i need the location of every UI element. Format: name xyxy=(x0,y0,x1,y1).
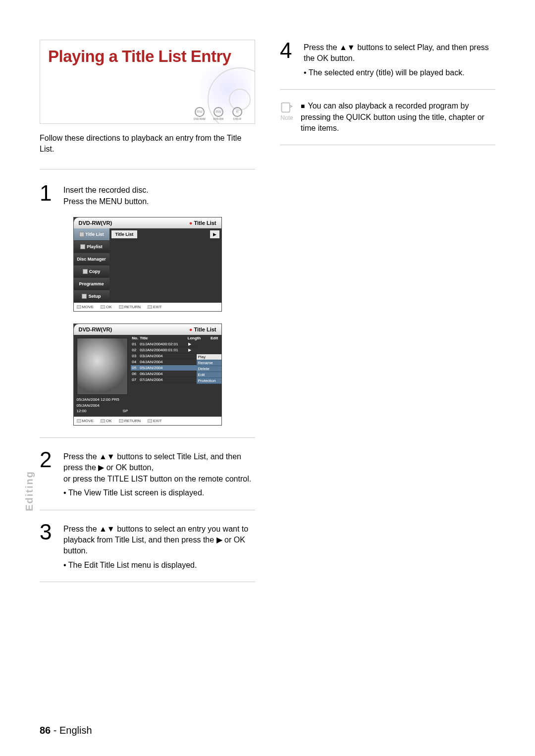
step-number: 2 xyxy=(40,449,56,499)
osd-menu-screenshot: DVD-RW(VR) ●Title List Title List Playli… xyxy=(73,217,222,312)
note-text: You can also playback a recorded program… xyxy=(301,102,484,132)
step-1-line-2: Press the MENU button. xyxy=(63,196,149,207)
step-3: 3 Press the ▲▼ buttons to select an entr… xyxy=(40,521,255,571)
osd1-side-copy[interactable]: Copy xyxy=(74,266,109,278)
osd1-side-programme[interactable]: Programme xyxy=(74,278,109,290)
page-footer: 86 - English xyxy=(40,725,92,736)
osd2-hint-bar: MOVE OK RETURN EXIT xyxy=(74,417,221,425)
ctx-edit[interactable]: Edit xyxy=(197,372,221,378)
osd1-tab[interactable]: Title List xyxy=(111,230,138,238)
ctx-delete[interactable]: Delete xyxy=(197,366,221,372)
osd1-hint-bar: MOVE OK RETURN EXIT xyxy=(74,303,221,311)
svg-rect-0 xyxy=(282,103,290,112)
ctx-play[interactable]: Play xyxy=(197,354,221,360)
divider xyxy=(40,510,255,510)
step-4: 4 Press the ▲▼ buttons to select Play, a… xyxy=(280,40,495,78)
osd2-meta-line1: 05/JAN/2004 12:00 PR5 xyxy=(77,397,128,402)
osd2-list: No. Title Length Edit 0101/JAN/200400:02… xyxy=(131,335,221,417)
step-1-line-1: Insert the recorded disc. xyxy=(63,185,149,196)
osd2-preview-pane: 05/JAN/2004 12:00 PR5 05/JAN/2004 12:00S… xyxy=(74,335,131,417)
step-number: 3 xyxy=(40,521,56,571)
note-label: Note xyxy=(280,114,293,121)
step-2-line-2: or press the TITLE LIST button on the re… xyxy=(63,474,255,485)
list-row[interactable]: 0101/JAN/200400:02:01▶ xyxy=(131,341,196,347)
list-row[interactable]: 0707/JAN/2004 xyxy=(131,377,196,383)
page-number: 86 xyxy=(40,725,51,736)
osd1-side-setup[interactable]: Setup xyxy=(74,290,109,303)
osd2-header: Title List xyxy=(194,326,216,332)
ctx-protection[interactable]: Protection xyxy=(197,378,221,384)
page-language: English xyxy=(59,725,92,736)
osd1-side-discmgr[interactable]: Disc Manager xyxy=(74,253,109,266)
osd1-header: Title List xyxy=(194,220,216,226)
section-title: Playing a Title List Entry xyxy=(48,47,247,66)
osd1-device: DVD-RW(VR) xyxy=(79,220,112,226)
list-row[interactable]: 0303/JAN/2004 xyxy=(131,353,196,359)
note-block: Note ■You can also playback a recorded p… xyxy=(280,101,495,134)
chapter-side-tab: Editing xyxy=(24,471,35,511)
divider xyxy=(280,89,495,90)
badge-dvd-rw: RWDVD-RW xyxy=(210,107,227,120)
list-row-selected[interactable]: 0505/JAN/2004 xyxy=(131,365,196,371)
step-1: 1 Insert the recorded disc. Press the ME… xyxy=(40,182,255,207)
step-2: 2 Press the ▲▼ buttons to select Title L… xyxy=(40,449,255,499)
osd1-side-titlelist[interactable]: Title List xyxy=(74,228,109,241)
osd2-context-menu: Play Rename Delete Edit Protection xyxy=(197,341,221,384)
section-title-panel: Playing a Title List Entry RWDVD-RAM RWD… xyxy=(40,40,255,124)
step-number: 1 xyxy=(40,182,56,207)
osd1-sidebar: Title List Playlist Disc Manager Copy Pr… xyxy=(74,228,109,303)
step-2-line-1: Press the ▲▼ buttons to select Title Lis… xyxy=(63,451,255,474)
step-number: 4 xyxy=(280,40,297,78)
note-icon xyxy=(280,101,294,114)
disc-type-badges: RWDVD-RAM RWDVD-RW RDVD-R xyxy=(191,107,246,120)
badge-dvd-ram: RWDVD-RAM xyxy=(191,107,208,120)
osd2-meta-mode: SP xyxy=(123,408,128,414)
badge-dvd-r: RDVD-R xyxy=(229,107,246,120)
osd-titlelist-screenshot: DVD-RW(VR) ●Title List 05/JAN/2004 12:00… xyxy=(73,324,222,426)
square-bullet-icon: ■ xyxy=(301,102,305,110)
list-row[interactable]: 0404/JAN/2004 xyxy=(131,359,196,365)
divider xyxy=(40,169,255,169)
intro-text: Follow these directions to playback an e… xyxy=(40,133,255,154)
step-2-bullet: • The View Title List screen is displaye… xyxy=(63,487,255,498)
osd1-side-playlist[interactable]: Playlist xyxy=(74,241,109,253)
osd1-main: Title List ▶ xyxy=(109,228,221,303)
osd2-device: DVD-RW(VR) xyxy=(79,326,112,332)
osd2-meta-line2: 05/JAN/2004 xyxy=(77,403,128,408)
step-3-line-1: Press the ▲▼ buttons to select an entry … xyxy=(63,524,255,557)
divider xyxy=(40,582,255,582)
divider xyxy=(40,437,255,438)
divider xyxy=(280,145,495,145)
osd2-thumbnail xyxy=(77,338,128,395)
step-4-bullet: • The selected entry (title) will be pla… xyxy=(304,67,495,78)
list-row[interactable]: 0606/JAN/2004 xyxy=(131,371,196,377)
osd1-tab-arrow[interactable]: ▶ xyxy=(210,230,219,238)
step-4-line-1: Press the ▲▼ buttons to select Play, and… xyxy=(304,42,495,64)
osd2-meta-time: 12:00 xyxy=(77,409,87,413)
step-3-bullet: • The Edit Title List menu is displayed. xyxy=(63,560,255,571)
list-row[interactable]: 0202/JAN/200400:01:01▶ xyxy=(131,347,196,353)
ctx-rename[interactable]: Rename xyxy=(197,360,221,366)
